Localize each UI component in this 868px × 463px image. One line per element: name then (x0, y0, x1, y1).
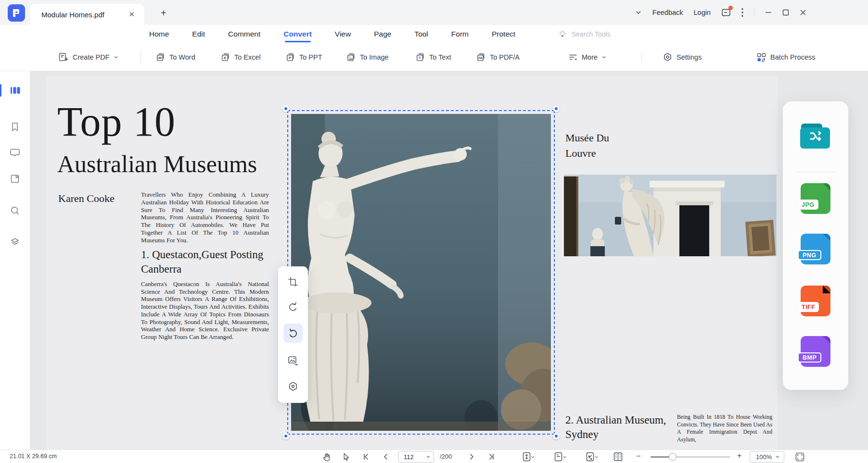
word-doc-icon: W (156, 52, 166, 62)
create-pdf-icon (58, 52, 69, 62)
zoom-level-box[interactable]: 100% (750, 451, 784, 463)
doc-section1-paragraph: Canberra's Questacon Is Australia's Nati… (141, 281, 269, 341)
zoom-mode-button[interactable] (584, 451, 600, 462)
chevron-down-icon[interactable] (635, 9, 642, 16)
menu-home[interactable]: Home (149, 30, 169, 38)
zoom-level-value: 100% (756, 453, 772, 461)
first-page-button[interactable] (360, 451, 371, 462)
zoom-slider[interactable] (651, 456, 730, 458)
lightbulb-icon (558, 30, 567, 38)
sidebar-comments-button[interactable] (0, 143, 30, 162)
menu-view[interactable]: View (335, 30, 351, 38)
tab-close-icon[interactable]: ✕ (127, 9, 137, 20)
batch-process-icon (756, 52, 766, 63)
rotate-right-button[interactable] (283, 324, 303, 343)
doc-section2-heading-line1: 2. Australian Museum, (565, 414, 666, 425)
page-total-label: /200 (440, 453, 452, 460)
to-word-button[interactable]: W To Word (156, 43, 195, 71)
create-pdf-button[interactable]: Create PDF (58, 43, 118, 71)
settings-button[interactable]: Settings (663, 43, 702, 71)
ppt-doc-icon: P (286, 52, 295, 62)
bookmark-icon (10, 122, 20, 132)
menu-edit[interactable]: Edit (192, 30, 205, 38)
sidebar-layers-button[interactable] (0, 232, 30, 251)
doc-section2-paragraph: Being Built In 1818 To House Working Con… (677, 413, 772, 443)
kebab-menu-icon[interactable] (741, 8, 743, 17)
image-properties-button[interactable] (283, 377, 303, 396)
more-button[interactable]: More (568, 43, 606, 71)
layers-icon (10, 237, 20, 247)
scroll-mode-button[interactable] (521, 451, 537, 462)
resize-handle-bottom-left[interactable] (282, 433, 289, 439)
to-image-button[interactable]: To Image (346, 43, 389, 71)
select-tool-button[interactable] (340, 451, 351, 462)
statusbar: 21.01 X 29.69 cm /200 (0, 450, 868, 463)
menu-form[interactable]: Form (451, 30, 469, 38)
replace-image-button[interactable] (283, 351, 303, 370)
doc-title-line1: Top 10 (57, 101, 176, 142)
menubar: Home Edit Comment Convert View Page Tool… (0, 25, 868, 43)
zoom-out-button[interactable]: − (636, 452, 640, 461)
rotate-left-button[interactable] (283, 297, 303, 316)
chevron-down-icon[interactable] (775, 454, 780, 459)
next-page-button[interactable] (466, 451, 477, 462)
to-excel-button[interactable]: E To Excel (221, 43, 261, 71)
zoom-in-button[interactable]: + (737, 451, 741, 460)
login-button[interactable]: Login (694, 9, 711, 16)
resize-handle-bottom-right[interactable] (553, 433, 560, 439)
resize-handle-top-left[interactable] (282, 105, 289, 112)
two-page-view-button[interactable] (612, 451, 624, 462)
page-number-input[interactable] (404, 453, 423, 461)
page-layout-button[interactable] (552, 451, 569, 462)
selected-image[interactable] (287, 110, 555, 435)
to-pdfa-button[interactable]: fA To PDF/A (476, 43, 520, 71)
page-number-box[interactable] (398, 451, 434, 463)
previous-page-button[interactable] (380, 451, 392, 462)
doc-author: Karen Cooke (58, 192, 115, 205)
convert-to-tiff-button[interactable]: TIFF (801, 286, 830, 316)
louvre-photo[interactable] (564, 175, 777, 256)
convert-to-png-button[interactable]: PNG (801, 234, 830, 264)
convert-to-jpg-button[interactable]: JPG (801, 183, 830, 214)
feedback-button[interactable]: Feedback (652, 9, 683, 16)
doc-section1-heading-line1: 1. Questacon,Guest Posting (141, 249, 263, 260)
to-text-button[interactable]: T To Text (416, 43, 451, 71)
chevron-down-icon[interactable] (426, 454, 431, 459)
sidebar-thumbnails-button[interactable] (0, 81, 30, 100)
pdf-editor-window: Modular Homes.pdf ✕ + Feedback Login (0, 0, 868, 463)
hand-tool-button[interactable] (320, 451, 332, 462)
doc-intro-paragraph: Travellers Who Enjoy Combining A Luxury … (141, 191, 269, 245)
svg-text:fA: fA (478, 56, 483, 60)
maximize-button[interactable] (782, 9, 789, 16)
menu-page[interactable]: Page (374, 30, 391, 38)
to-ppt-button[interactable]: P To PPT (286, 43, 322, 71)
menu-tool[interactable]: Tool (414, 30, 428, 38)
batch-process-button[interactable]: Batch Process (756, 43, 816, 71)
crop-button[interactable] (283, 272, 303, 291)
menu-comment[interactable]: Comment (228, 30, 260, 38)
statue-photo (291, 114, 551, 431)
resize-handle-top-right[interactable] (553, 105, 560, 112)
doc-title-line2: Australian Museums (57, 152, 257, 176)
excel-doc-icon: E (221, 52, 230, 62)
image-dimensions-label: 21.01 X 29.69 cm (10, 453, 57, 460)
close-button[interactable] (800, 9, 806, 16)
convert-to-bmp-button[interactable]: BMP (801, 336, 830, 367)
search-tools-input[interactable] (572, 30, 639, 38)
fit-screen-button[interactable] (794, 451, 805, 462)
app-logo-icon[interactable] (8, 4, 25, 22)
new-tab-button[interactable]: + (157, 7, 170, 20)
image-tools-popup (278, 266, 308, 403)
menu-convert[interactable]: Convert (283, 30, 312, 38)
convert-folder-button[interactable] (799, 123, 832, 151)
svg-text:E: E (224, 56, 227, 60)
sidebar-notes-button[interactable] (0, 169, 30, 188)
document-tab[interactable]: Modular Homes.pdf ✕ (30, 4, 144, 25)
minimize-button[interactable] (765, 9, 772, 16)
sidebar-bookmarks-button[interactable] (0, 117, 30, 137)
sidebar-search-button[interactable] (0, 201, 30, 220)
message-icon[interactable] (721, 8, 731, 17)
last-page-button[interactable] (486, 451, 498, 462)
zoom-slider-knob[interactable] (669, 453, 677, 461)
menu-protect[interactable]: Protect (492, 30, 515, 38)
